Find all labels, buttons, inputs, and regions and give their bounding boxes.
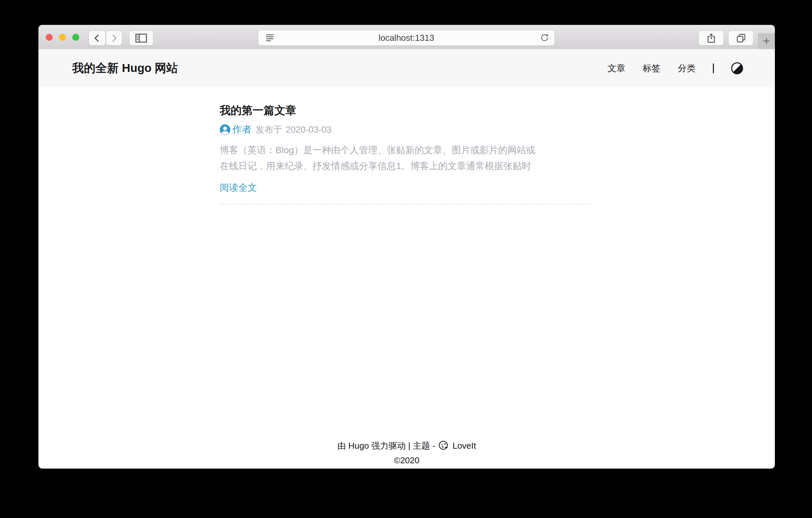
forward-button[interactable] — [106, 31, 122, 46]
powered-by-text: 由 Hugo 强力驱动 | 主题 - — [338, 438, 435, 453]
summary-line: 博客（英语：Blog）是一种由个人管理、张贴新的文章、图片或影片的网站或 — [220, 142, 591, 158]
browser-window: localhost:1313 — [38, 25, 775, 469]
site-nav: 文章 标签 分类 — [608, 62, 743, 74]
nav-item-tags[interactable]: 标签 — [643, 62, 661, 74]
theme-toggle-icon[interactable] — [731, 62, 743, 74]
site-header: 我的全新 Hugo 网站 文章 标签 分类 — [38, 49, 775, 87]
summary-line: 在线日记，用来纪录、抒发情感或分享信息1。博客上的文章通常根据张贴时 — [220, 158, 591, 174]
tabs-icon — [736, 33, 746, 43]
new-tab-button[interactable]: + — [758, 33, 775, 49]
nav-item-categories[interactable]: 分类 — [678, 62, 696, 74]
screenshot-canvas: { "browser": { "url": "localhost:1313", … — [0, 0, 812, 518]
zoom-window-button[interactable] — [72, 34, 79, 41]
show-tabs-button[interactable] — [728, 31, 753, 46]
plus-icon: + — [763, 34, 770, 48]
user-circle-icon — [220, 125, 230, 135]
footer-powered-line: 由 Hugo 强力驱动 | 主题 - LoveIt — [38, 438, 775, 453]
address-bar[interactable]: localhost:1313 — [258, 30, 554, 46]
back-button[interactable] — [89, 31, 106, 46]
close-window-button[interactable] — [46, 34, 53, 41]
post-divider — [220, 204, 591, 205]
author-link[interactable]: 作者 — [220, 123, 252, 136]
site-title[interactable]: 我的全新 Hugo 网站 — [72, 60, 178, 76]
nav-item-posts[interactable]: 文章 — [608, 62, 626, 74]
browser-toolbar: localhost:1313 — [38, 25, 775, 49]
author-name: 作者 — [232, 123, 252, 136]
post-meta: 作者 发布于 2020-03-03 — [220, 123, 591, 136]
reload-icon[interactable] — [540, 33, 549, 43]
site-footer: 由 Hugo 强力驱动 | 主题 - LoveIt ©2020 — [38, 438, 775, 467]
nav-divider — [713, 63, 714, 73]
window-controls — [46, 34, 79, 41]
share-button[interactable] — [699, 31, 724, 46]
url-text: localhost:1313 — [258, 33, 554, 43]
theme-link[interactable]: LoveIt — [453, 438, 476, 453]
read-more-link[interactable]: 阅读全文 — [220, 182, 591, 194]
minimize-window-button[interactable] — [59, 34, 66, 41]
copyright-text: ©2020 — [38, 453, 775, 467]
post-title[interactable]: 我的第一篇文章 — [220, 103, 591, 118]
chevron-right-icon — [110, 34, 118, 43]
post-summary: 博客（英语：Blog）是一种由个人管理、张贴新的文章、图片或影片的网站或 在线日… — [220, 142, 591, 174]
sidebar-icon — [135, 33, 147, 43]
kiss-face-icon — [438, 440, 450, 451]
published-date: 2020-03-03 — [286, 125, 331, 135]
share-icon — [707, 33, 716, 43]
post-list: 我的第一篇文章 作者 发布于 2020-03-03 博客（英语：Blog）是一种… — [220, 87, 591, 205]
sidebar-toggle-button[interactable] — [129, 31, 153, 46]
chevron-left-icon — [93, 34, 102, 43]
published-prefix: 发布于 — [256, 124, 282, 136]
